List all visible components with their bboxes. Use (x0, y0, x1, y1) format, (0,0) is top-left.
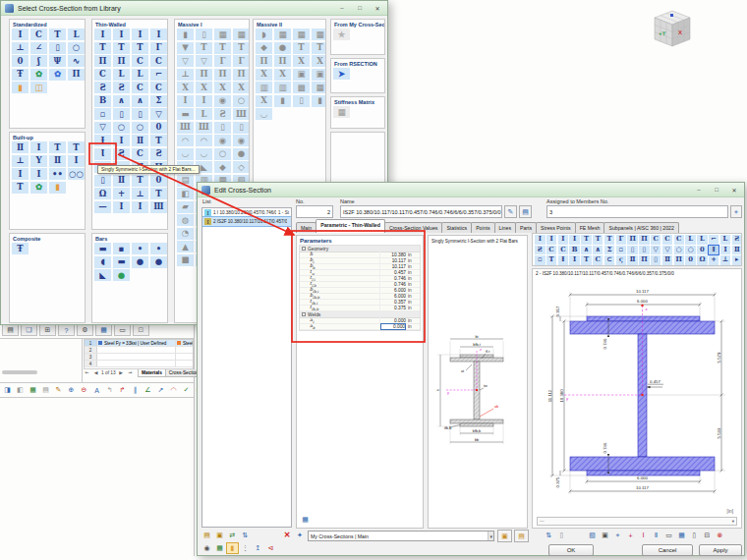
table-row[interactable]: 2 (85, 347, 193, 354)
section-type-icon[interactable]: Π (113, 55, 130, 67)
center-icon[interactable]: ⌖ (612, 531, 623, 540)
section-variant-icon[interactable]: Π (639, 235, 650, 245)
section-variant-icon[interactable]: ∧ (581, 246, 592, 255)
section-type-icon[interactable]: ○ (68, 42, 85, 54)
save-folder-icon[interactable]: ▤ (514, 530, 529, 542)
section-variant-icon[interactable]: Τ (604, 235, 615, 245)
apply-button[interactable]: Apply (699, 544, 742, 556)
section-type-icon[interactable]: ✿ (30, 69, 47, 81)
section-type-icon[interactable]: ● (233, 148, 250, 160)
my-cross-sections-icon[interactable]: ★ (333, 28, 350, 40)
export-icon[interactable]: ↥ (253, 543, 263, 553)
section-variant-icon[interactable]: Ⅰ (720, 246, 731, 255)
section-type-icon[interactable]: ▽ (177, 55, 194, 67)
section-type-icon[interactable]: ▯ (233, 122, 250, 134)
clipboard-icon[interactable]: ▯ (556, 531, 567, 540)
section-type-icon[interactable]: ▽ (94, 122, 111, 134)
section-type-icon[interactable]: ▬ (94, 243, 111, 254)
tab-main[interactable]: Main (296, 222, 316, 233)
section-variant-icon[interactable]: ▽ (651, 246, 661, 255)
section-type-icon[interactable]: Ⅽ (132, 148, 148, 160)
section-type-icon[interactable]: ⊥ (177, 69, 194, 81)
section-type-icon[interactable]: ▦ (293, 28, 310, 40)
section-variant-icon[interactable]: ▫ (535, 255, 546, 265)
section-type-icon[interactable]: — (94, 201, 111, 213)
section-type-icon[interactable]: Ⅽ (30, 28, 47, 40)
section-type-icon[interactable]: 0 (150, 122, 167, 134)
section-type-icon[interactable]: Ш (177, 122, 194, 134)
section-type-icon[interactable]: Ⅰ (196, 95, 212, 107)
section-type-icon[interactable]: ⊥ (132, 188, 148, 199)
section-type-icon[interactable]: Τ (233, 42, 250, 54)
page-icon[interactable]: ▯ (689, 531, 700, 540)
section-variant-icon[interactable]: L (720, 235, 731, 245)
section-type-icon[interactable]: ▯ (49, 42, 66, 54)
section-type-icon[interactable]: ◆ (256, 42, 272, 54)
section-type-icon[interactable]: ▽ (150, 108, 167, 120)
section-type-icon[interactable]: ▬ (113, 256, 130, 268)
renumber-icon[interactable]: ⇅ (544, 531, 554, 540)
section-type-icon[interactable]: ▦ (233, 28, 250, 40)
section-type-icon[interactable]: Ⅰ (113, 28, 130, 40)
section-variant-icon[interactable]: 0 (697, 246, 708, 255)
section-type-icon[interactable]: Ψ (49, 55, 66, 67)
section-type-icon[interactable]: ✿ (30, 182, 47, 194)
section-variant-icon[interactable]: Τ (581, 255, 592, 265)
section-parts-icon[interactable]: Ⅱ (651, 531, 661, 540)
copy-view-icon[interactable]: ▣ (600, 531, 610, 540)
section-variant-icon[interactable]: L (697, 235, 708, 245)
section-type-icon[interactable]: Ⅱ (12, 141, 29, 153)
table-icon[interactable]: ▤ (2, 324, 19, 336)
grid-icon[interactable]: ⊞ (39, 324, 56, 336)
section-type-icon[interactable]: Γ (214, 55, 231, 67)
tab-lines[interactable]: Lines (494, 222, 516, 233)
section-type-icon[interactable]: •• (49, 168, 66, 180)
mesh-view-icon[interactable]: ▦ (676, 531, 687, 540)
section-type-icon[interactable]: Γ (233, 55, 250, 67)
section-type-icon[interactable]: ◡ (177, 148, 194, 160)
tab-stress-points[interactable]: Stress Points (536, 222, 576, 233)
section-type-icon[interactable]: Τ (12, 182, 29, 194)
section-type-icon[interactable]: Τ (68, 141, 85, 153)
section-type-icon[interactable]: Ⅹ (233, 82, 250, 93)
section-variant-icon[interactable]: Ⅰ (546, 235, 557, 245)
section-type-icon[interactable]: Ⅹ (293, 55, 310, 67)
section-type-icon[interactable]: Ⅰ (12, 28, 29, 40)
section-variant-icon[interactable]: C (593, 255, 603, 265)
section-variant-icon[interactable]: ▫ (616, 246, 627, 255)
highlight-toggle-icon[interactable]: ▮ (227, 543, 238, 553)
copy-item-icon[interactable]: ▣ (214, 531, 225, 540)
tab-parts[interactable]: Parts (515, 222, 537, 233)
section-type-icon[interactable]: Τ (312, 42, 326, 54)
tab-statistics[interactable]: Statistics (441, 222, 472, 233)
section-type-icon[interactable]: Ⅰ (30, 141, 47, 153)
section-type-icon[interactable]: C (150, 82, 167, 93)
pager-prev-button[interactable]: ◀ (92, 370, 99, 375)
check-icon[interactable]: ✓ (181, 385, 192, 395)
section-type-icon[interactable]: Ⅽ (94, 69, 111, 81)
section-type-icon[interactable]: ◆ (214, 161, 231, 173)
section-type-icon[interactable]: Π (68, 69, 85, 81)
section-type-icon[interactable]: 0 (12, 55, 29, 67)
section-type-icon[interactable]: Ƨ (113, 148, 130, 160)
section-type-icon[interactable]: • (132, 243, 148, 254)
tab-parametric-thin-walled[interactable]: Parametric - Thin-Walled (316, 219, 385, 233)
section-type-icon[interactable]: ▯ (196, 28, 212, 40)
section-type-icon[interactable]: Υ (30, 155, 47, 167)
section-variant-icon[interactable]: Ƨ (535, 246, 546, 255)
section-type-icon[interactable]: ● (274, 42, 291, 54)
section-variant-icon[interactable]: Π (627, 235, 638, 245)
section-type-icon[interactable]: Ƨ (150, 148, 167, 160)
section-type-icon[interactable]: ▼ (177, 42, 194, 54)
section-variant-icon[interactable]: B (569, 246, 580, 255)
angle-icon[interactable]: ∠ (143, 385, 153, 395)
section-type-icon[interactable]: Τ (94, 42, 111, 54)
section-type-icon[interactable]: ∧ (132, 95, 148, 107)
close-icon[interactable]: ✕ (370, 2, 385, 14)
view-icon[interactable]: ◨ (2, 385, 13, 395)
section-variant-icon[interactable]: Ⅽ (674, 235, 685, 245)
section-variant-icon[interactable]: ς (616, 255, 627, 265)
section-type-icon[interactable]: ○ (233, 95, 250, 107)
sheet-icon[interactable]: ▦ (95, 324, 112, 336)
open-folder-icon[interactable]: ▣ (497, 530, 512, 542)
